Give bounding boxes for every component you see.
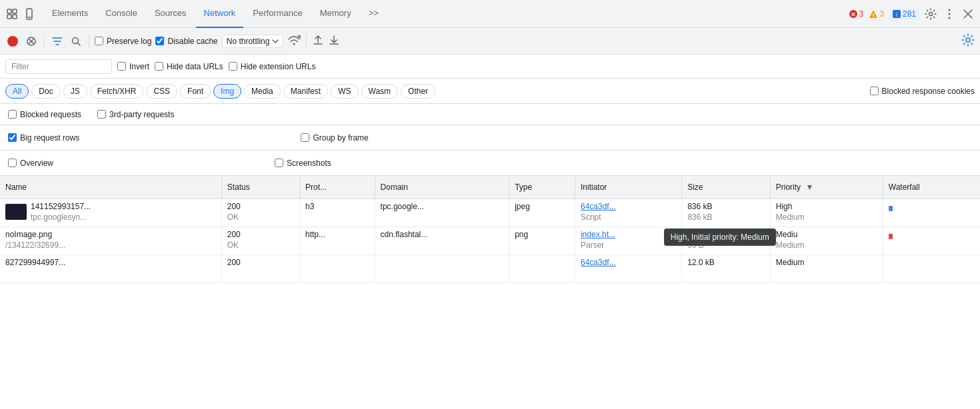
throttle-select[interactable]: No throttling — [222, 35, 284, 48]
blocked-cookies-checkbox[interactable]: Blocked response cookies — [870, 87, 975, 96]
col-size[interactable]: Size — [682, 176, 771, 199]
hide-extension-urls-input[interactable] — [229, 62, 237, 71]
network-table: Name Status Prot... Domain Type Initiato… — [0, 176, 980, 283]
record-button[interactable] — [5, 34, 20, 49]
checks-row: Blocked requests 3rd-party requests — [0, 104, 980, 125]
group-by-frame-input[interactable] — [301, 133, 309, 142]
col-type[interactable]: Type — [509, 176, 575, 199]
col-domain[interactable]: Domain — [375, 176, 509, 199]
res-btn-font[interactable]: Font — [180, 84, 211, 99]
third-party-input[interactable] — [97, 110, 106, 119]
res-btn-media[interactable]: Media — [244, 84, 281, 99]
info-badge[interactable]: i 281 — [889, 9, 919, 19]
chevron-down-icon — [272, 39, 279, 43]
tab-performance[interactable]: Performance — [245, 0, 310, 28]
svg-text:✕: ✕ — [851, 11, 856, 18]
col-name[interactable]: Name — [0, 176, 221, 199]
table-row[interactable]: 827299944997... 200 64ca3df... 12.0 kB M… — [0, 254, 980, 282]
hide-data-urls-input[interactable] — [155, 62, 163, 71]
thumbnail-1 — [5, 204, 27, 220]
filter-row: Invert Hide data URLs Hide extension URL… — [0, 55, 980, 79]
settings-row-1: Big request rows Group by frame — [0, 125, 980, 151]
res-btn-fetch-xhr[interactable]: Fetch/XHR — [90, 84, 144, 99]
svg-point-14 — [949, 13, 951, 15]
hide-data-urls-checkbox[interactable]: Hide data URLs — [155, 62, 223, 71]
res-btn-other[interactable]: Other — [401, 84, 435, 99]
big-request-rows-input[interactable] — [8, 133, 17, 142]
table-row[interactable]: 141152993157... tpc.googlesyn... 200 OK … — [0, 199, 980, 226]
overview-input[interactable] — [8, 159, 17, 167]
preserve-log-input[interactable] — [95, 37, 103, 45]
cell-waterfall-1 — [883, 199, 980, 226]
svg-point-13 — [949, 9, 951, 11]
settings-right: Group by frame — [301, 133, 368, 143]
res-btn-js[interactable]: JS — [63, 84, 87, 99]
res-btn-img[interactable]: Img — [213, 84, 241, 99]
download-icon[interactable] — [328, 34, 340, 48]
col-priority[interactable]: Priority ▼ — [770, 176, 883, 199]
tab-memory[interactable]: Memory — [312, 0, 359, 28]
res-btn-css[interactable]: CSS — [146, 84, 177, 99]
filter-input[interactable] — [5, 59, 112, 74]
cursor-icon[interactable] — [5, 7, 19, 21]
cell-type-1: jpeg — [509, 199, 575, 226]
table-row[interactable]: noImage.png /134122/32699... 200 OK http… — [0, 226, 980, 254]
more-menu-icon[interactable] — [943, 7, 956, 21]
res-btn-all[interactable]: All — [5, 84, 29, 99]
col-protocol[interactable]: Prot... — [299, 176, 375, 199]
res-btn-manifest[interactable]: Manifest — [283, 84, 328, 99]
cell-name-1: 141152993157... tpc.googlesyn... — [0, 199, 221, 226]
cell-status-1: 200 OK — [221, 199, 299, 226]
cell-waterfall-2 — [883, 226, 980, 254]
group-by-frame-checkbox[interactable]: Group by frame — [301, 133, 368, 143]
res-btn-wasm[interactable]: Wasm — [361, 84, 399, 99]
res-btn-ws[interactable]: WS — [331, 84, 358, 99]
cell-protocol-3 — [299, 254, 375, 282]
tab-bar: Elements Console Sources Network Perform… — [0, 0, 980, 28]
cell-status-3: 200 — [221, 254, 299, 282]
res-btn-doc[interactable]: Doc — [31, 84, 60, 99]
tab-elements[interactable]: Elements — [44, 0, 96, 28]
network-settings-icon[interactable] — [961, 33, 975, 49]
error-badge[interactable]: ✕ 3 — [849, 9, 864, 19]
overview-checkbox[interactable]: Overview — [8, 159, 53, 168]
col-waterfall[interactable]: Waterfall — [883, 176, 980, 199]
upload-icon[interactable] — [312, 34, 324, 48]
warning-badge[interactable]: ! 3 — [869, 9, 884, 19]
tab-more[interactable]: >> — [361, 0, 387, 28]
close-icon[interactable] — [961, 7, 975, 21]
network-toolbar: Preserve log Disable cache No throttling — [0, 28, 980, 55]
invert-checkbox[interactable]: Invert — [117, 62, 149, 71]
tab-sources[interactable]: Sources — [147, 0, 195, 28]
disable-cache-checkbox[interactable]: Disable cache — [155, 37, 217, 46]
tab-console[interactable]: Console — [97, 0, 145, 28]
wifi-icon[interactable] — [287, 35, 301, 47]
blocked-cookies-input[interactable] — [870, 87, 879, 95]
svg-rect-2 — [13, 9, 17, 13]
cell-status-2: 200 OK — [221, 226, 299, 254]
disable-cache-input[interactable] — [155, 37, 164, 45]
cell-size-2: 653 B 95 B — [682, 226, 771, 254]
blocked-requests-input[interactable] — [8, 110, 17, 119]
third-party-checkbox[interactable]: 3rd-party requests — [97, 110, 174, 119]
filter-icon[interactable] — [50, 34, 65, 49]
clear-button[interactable] — [24, 34, 39, 49]
big-request-rows-checkbox[interactable]: Big request rows — [8, 133, 79, 143]
tab-network[interactable]: Network — [196, 0, 244, 28]
settings-right-2: Screenshots — [275, 159, 331, 168]
cell-initiator-1: 64ca3df... Script — [575, 199, 681, 226]
col-status[interactable]: Status — [221, 176, 299, 199]
preserve-log-checkbox[interactable]: Preserve log — [95, 37, 151, 46]
hide-extension-urls-checkbox[interactable]: Hide extension URLs — [229, 62, 316, 71]
screenshots-input[interactable] — [275, 159, 283, 167]
col-initiator[interactable]: Initiator — [575, 176, 681, 199]
cell-name-2: noImage.png /134122/32699... — [0, 226, 221, 254]
svg-line-22 — [78, 43, 81, 45]
mobile-icon[interactable] — [23, 7, 36, 21]
settings-icon[interactable] — [924, 7, 937, 21]
search-icon[interactable] — [69, 34, 83, 49]
screenshots-checkbox[interactable]: Screenshots — [275, 159, 331, 168]
invert-input[interactable] — [117, 62, 126, 71]
cell-initiator-3: 64ca3df... — [575, 254, 681, 282]
blocked-requests-checkbox[interactable]: Blocked requests — [8, 110, 81, 119]
